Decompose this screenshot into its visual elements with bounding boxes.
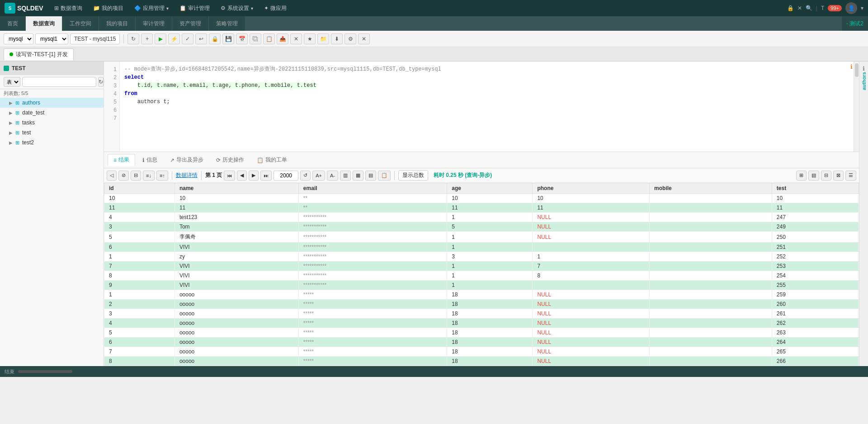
tab-data-query[interactable]: 数据查询 — [26, 16, 62, 31]
table-row[interactable]: 7 VIVI *********** 1 7 253 — [104, 262, 859, 271]
view-card-button[interactable]: ⊞ — [796, 171, 807, 181]
info-panel-toggle[interactable]: ℹ — [850, 63, 853, 70]
data-table-wrap[interactable]: id name email age phone mobile test 10 1… — [104, 183, 859, 366]
prev-page-button[interactable]: ◀ — [237, 171, 247, 181]
view-btn-2[interactable]: ▦ — [353, 171, 363, 181]
detail-link[interactable]: 数据详情 — [176, 172, 198, 179]
font-increase-button[interactable]: A+ — [312, 171, 325, 181]
table-row[interactable]: 11 11 ** 11 11 11 — [104, 203, 859, 213]
result-tab-info[interactable]: ℹ 信息 — [137, 154, 163, 166]
nav-audit[interactable]: 📋 审计管理 — [175, 3, 214, 14]
table-row[interactable]: 2 ooooo ***** 18 NULL 260 — [104, 300, 859, 309]
table-row[interactable]: 5 ooooo ***** 18 NULL 263 — [104, 328, 859, 338]
table-row[interactable]: 6 ooooo ***** 18 NULL 264 — [104, 338, 859, 347]
col-age[interactable]: age — [447, 183, 533, 194]
notification-badge[interactable]: 99+ — [828, 5, 842, 11]
editor-area[interactable]: 1 2 3 4 5 6 7 -- mode=查询-异步,id=166848172… — [104, 62, 859, 152]
tab-policy[interactable]: 策略管理 — [209, 16, 245, 31]
col-mobile[interactable]: mobile — [650, 183, 772, 194]
split-view-button[interactable]: ⊟ — [821, 171, 831, 181]
table-row[interactable]: 5 李佩奇 *********** 1 NULL 250 — [104, 232, 859, 243]
nav-app-management[interactable]: 🔷 应用管理 ▾ — [130, 3, 173, 14]
run-partial-button[interactable]: ⚡ — [168, 33, 180, 44]
table-row[interactable]: 4 test123 *********** 1 NULL 247 — [104, 213, 859, 222]
check-button[interactable]: ✓ — [182, 33, 193, 44]
refresh-button[interactable]: ↻ — [127, 33, 139, 44]
app-logo[interactable]: S SQLDEV — [5, 3, 43, 14]
tab-my-project[interactable]: 我的项目 — [99, 16, 136, 31]
col-email[interactable]: email — [298, 183, 447, 194]
test2-link[interactable]: - 测试2 — [846, 20, 863, 28]
table-row[interactable]: 8 ooooo ***** 18 NULL 266 — [104, 357, 859, 366]
nav-settings[interactable]: ⚙ 系统设置 ▾ — [216, 3, 258, 14]
result-tab-ticket[interactable]: 📋 我的工单 — [251, 154, 292, 166]
delete-button[interactable]: ✕ — [290, 33, 302, 44]
export-button[interactable]: 📤 — [277, 33, 288, 44]
table-row[interactable]: 8 VIVI *********** 1 8 254 — [104, 271, 859, 281]
font-decrease-button[interactable]: A- — [327, 171, 338, 181]
db-type-select[interactable]: mysql — [4, 33, 33, 44]
paste-button[interactable]: 📋 — [263, 33, 275, 44]
filter-refresh-button[interactable]: ↻ — [98, 77, 104, 87]
nav-micro-app[interactable]: ✦ 微应用 — [259, 3, 291, 14]
add-button[interactable]: + — [141, 33, 153, 44]
table-item-tasks[interactable]: ▶ ⊞ tasks — [0, 118, 104, 128]
result-tab-export[interactable]: ↗ 导出及异步 — [165, 154, 209, 166]
filter-btn[interactable]: ≡↑ — [156, 171, 168, 181]
session-tab-item[interactable]: 读写管-TEST-[1] 开发 — [4, 48, 74, 60]
tab-home[interactable]: 首页 — [0, 16, 26, 31]
more-settings-button[interactable]: ⚙ — [344, 33, 356, 44]
sort-button[interactable]: ≡↓ — [143, 171, 155, 181]
undo-button[interactable]: ↩ — [195, 33, 207, 44]
col-width-button[interactable]: ⊟ — [131, 171, 141, 181]
show-total-button[interactable]: 显示总数 — [398, 170, 428, 181]
col-test[interactable]: test — [772, 183, 859, 194]
toolbar-close-button[interactable]: ✕ — [358, 33, 370, 44]
table-row[interactable]: 3 Tom *********** 5 NULL 249 — [104, 222, 859, 232]
nav-query[interactable]: ⊞ 数据查询 — [50, 3, 87, 14]
table-row[interactable]: 1 zy *********** 3 1 252 — [104, 252, 859, 262]
view-btn-1[interactable]: ▥ — [340, 171, 351, 181]
editor-scrollbar[interactable] — [854, 62, 859, 152]
first-page-button[interactable]: ⏮ — [224, 171, 235, 181]
page-size-input[interactable] — [274, 171, 298, 181]
tab-assets[interactable]: 资产管理 — [172, 16, 209, 31]
view-table-button[interactable]: ▤ — [808, 171, 819, 181]
copy-button[interactable]: ⿻ — [250, 33, 261, 44]
save-button[interactable]: 💾 — [222, 33, 234, 44]
prev-record-button[interactable]: ◁ — [107, 171, 117, 181]
next-record-button[interactable]: ⊘ — [118, 171, 129, 181]
editor-content[interactable]: -- mode=查询-异步,id=16684817205542,name=异步查… — [120, 62, 854, 152]
run-button[interactable]: ▶ — [155, 33, 166, 44]
refresh-results-button[interactable]: ↺ — [300, 171, 311, 181]
lock-button[interactable]: 🔒 — [209, 33, 221, 44]
folder-button[interactable]: 📁 — [317, 33, 329, 44]
table-row[interactable]: 1 ooooo ***** 18 NULL 259 — [104, 290, 859, 300]
table-row[interactable]: 9 VIVI *********** 1 255 — [104, 281, 859, 290]
table-item-date-test[interactable]: ▶ ⊞ date_test — [0, 108, 104, 118]
table-row[interactable]: 6 VIVI *********** 1 251 — [104, 243, 859, 252]
expand-view-button[interactable]: ⊠ — [833, 171, 844, 181]
filter-input[interactable] — [22, 77, 96, 87]
close-icon[interactable]: ✕ — [797, 5, 802, 11]
next-page-button[interactable]: ▶ — [249, 171, 259, 181]
tab-audit[interactable]: 审计管理 — [136, 16, 172, 31]
copy-results-button[interactable]: 📋 — [378, 171, 391, 181]
db-instance-select[interactable]: mysql1 — [35, 33, 68, 44]
nav-project[interactable]: 📁 我的项目 — [89, 3, 128, 14]
table-item-test2[interactable]: ▶ ⊞ test2 — [0, 138, 104, 148]
table-row[interactable]: 3 ooooo ***** 18 NULL 261 — [104, 309, 859, 319]
download-button[interactable]: ⬇ — [331, 33, 343, 44]
type-select[interactable]: 表 — [4, 77, 20, 87]
search-icon[interactable]: 🔍 — [806, 5, 812, 11]
last-page-button[interactable]: ⏭ — [260, 171, 272, 181]
lock-icon[interactable]: 🔒 — [787, 5, 794, 11]
view-btn-3[interactable]: ▤ — [365, 171, 376, 181]
list-view-button[interactable]: ☰ — [845, 171, 856, 181]
table-row[interactable]: 4 ooooo ***** 18 NULL 262 — [104, 319, 859, 328]
col-name[interactable]: name — [175, 183, 298, 194]
result-tab-history[interactable]: ⟳ 历史操作 — [211, 154, 250, 166]
tab-workspace[interactable]: 工作空间 — [62, 16, 99, 31]
table-row[interactable]: 10 10 ** 10 10 10 — [104, 194, 859, 203]
font-icon[interactable]: T — [821, 5, 824, 11]
